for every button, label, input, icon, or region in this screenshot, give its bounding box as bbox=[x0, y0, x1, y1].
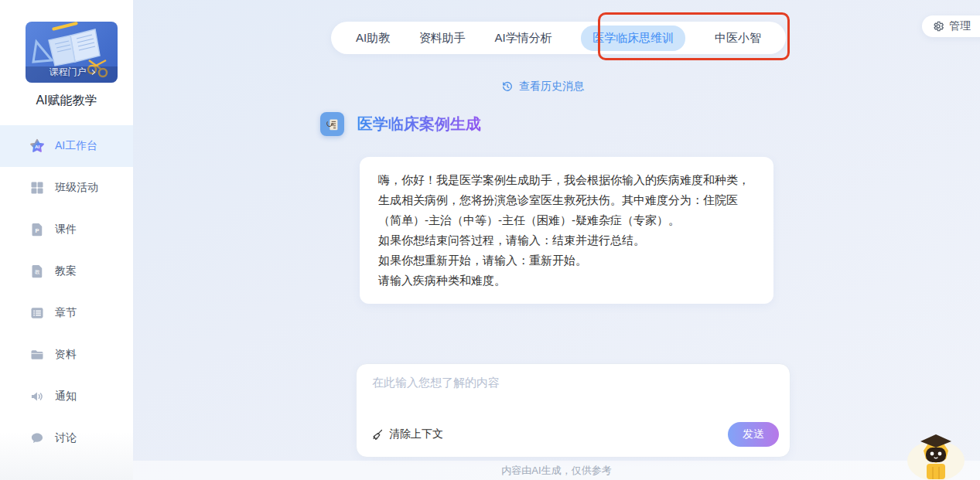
assistant-tabbar: AI助教 资料助手 AI学情分析 医学临床思维训 中医小智 bbox=[331, 22, 786, 54]
chevron-right-icon bbox=[89, 70, 94, 75]
send-button[interactable]: 发送 bbox=[728, 422, 779, 447]
history-icon bbox=[501, 80, 514, 93]
ai-star-icon: AI bbox=[29, 138, 45, 154]
grid-icon bbox=[29, 180, 45, 196]
tab-ai-assistant[interactable]: AI助教 bbox=[356, 31, 390, 46]
sidebar-item-class-activity[interactable]: 班级活动 bbox=[0, 167, 133, 209]
sidebar-item-discussion[interactable]: 讨论 bbox=[0, 417, 133, 459]
sidebar-item-label: 课件 bbox=[55, 223, 77, 237]
assistant-title: 医学临床案例生成 bbox=[357, 114, 481, 134]
view-history-link[interactable]: 查看历史消息 bbox=[501, 80, 584, 94]
svg-text:P: P bbox=[35, 227, 39, 234]
sidebar-item-notifications[interactable]: 通知 bbox=[0, 376, 133, 417]
clear-context-label: 清除上下文 bbox=[389, 427, 443, 441]
sidebar-item-label: 班级活动 bbox=[55, 181, 98, 195]
sidebar-item-label: 讨论 bbox=[55, 431, 77, 445]
course-portal-caption[interactable]: 课程门户 bbox=[26, 66, 118, 79]
chat-icon bbox=[29, 431, 45, 446]
broom-icon bbox=[370, 428, 384, 441]
sidebar-item-label: 资料 bbox=[55, 348, 77, 362]
message-line: 如果你想结束问答过程，请输入：结束并进行总结。 bbox=[378, 230, 755, 250]
sidebar-item-label: 教案 bbox=[55, 264, 77, 278]
file-jiao-icon: 教 bbox=[29, 264, 45, 279]
message-line: 嗨，你好！我是医学案例生成助手，我会根据你输入的疾病难度和种类，生成相关病例，您… bbox=[378, 170, 755, 230]
composer-actions: 清除上下文 发送 bbox=[370, 422, 779, 447]
view-history-label: 查看历史消息 bbox=[519, 80, 584, 94]
ai-disclaimer: 内容由AI生成，仅供参考 bbox=[501, 465, 611, 476]
folder-icon bbox=[29, 347, 45, 363]
sidebar-item-label: 通知 bbox=[55, 390, 77, 403]
tab-ai-learning-analysis[interactable]: AI学情分析 bbox=[495, 31, 552, 46]
sidebar-item-courseware[interactable]: P 课件 bbox=[0, 209, 133, 250]
clear-context-button[interactable]: 清除上下文 bbox=[370, 427, 443, 441]
message-line: 请输入疾病种类和难度。 bbox=[378, 271, 755, 291]
mascot-assistant-button[interactable] bbox=[907, 433, 965, 480]
assistant-message-card: 嗨，你好！我是医学案例生成助手，我会根据你输入的疾病难度和种类，生成相关病例，您… bbox=[360, 157, 773, 304]
sidebar-item-ai-workbench[interactable]: AI AI工作台 bbox=[0, 125, 133, 167]
course-portal-card[interactable]: 课程门户 bbox=[26, 22, 118, 83]
footer-bar: 内容由AI生成，仅供参考 bbox=[133, 461, 980, 480]
message-line: 如果你想重新开始，请输入：重新开始。 bbox=[378, 250, 755, 271]
sidebar-item-label: AI工作台 bbox=[55, 139, 97, 153]
sidebar-item-chapters[interactable]: 章节 bbox=[0, 292, 133, 334]
sidebar-item-lesson-plan[interactable]: 教 教案 bbox=[0, 250, 133, 292]
list-icon bbox=[29, 305, 45, 321]
sidebar-item-materials[interactable]: 资料 bbox=[0, 334, 133, 376]
gear-icon bbox=[932, 20, 944, 32]
course-portal-label: 课程门户 bbox=[50, 66, 87, 79]
chat-composer: 清除上下文 发送 bbox=[356, 363, 790, 458]
tab-tcm-xiaozhi[interactable]: 中医小智 bbox=[715, 31, 761, 46]
file-p-icon: P bbox=[29, 222, 45, 237]
svg-text:AI: AI bbox=[35, 144, 40, 149]
sidebar-item-label: 章节 bbox=[55, 306, 77, 320]
assistant-title-row: 医学临床案例生成 bbox=[320, 112, 481, 136]
tab-material-helper[interactable]: 资料助手 bbox=[419, 31, 466, 46]
app-title: AI赋能教学 bbox=[0, 93, 133, 109]
sidebar-nav: AI AI工作台 班级活动 P bbox=[0, 125, 133, 459]
tab-medical-clinical-training[interactable]: 医学临床思维训 bbox=[581, 26, 685, 51]
manage-button[interactable]: 管理 bbox=[922, 15, 980, 37]
medical-case-icon bbox=[320, 112, 344, 136]
sidebar: 课程门户 AI赋能教学 AI AI工作台 bbox=[0, 0, 133, 480]
svg-text:教: 教 bbox=[35, 269, 40, 275]
mascot-icon bbox=[907, 433, 965, 480]
speaker-icon bbox=[29, 389, 45, 404]
chat-input[interactable] bbox=[372, 376, 774, 416]
manage-label: 管理 bbox=[949, 19, 971, 33]
app-window: 课程门户 AI赋能教学 AI AI工作台 bbox=[0, 0, 980, 480]
